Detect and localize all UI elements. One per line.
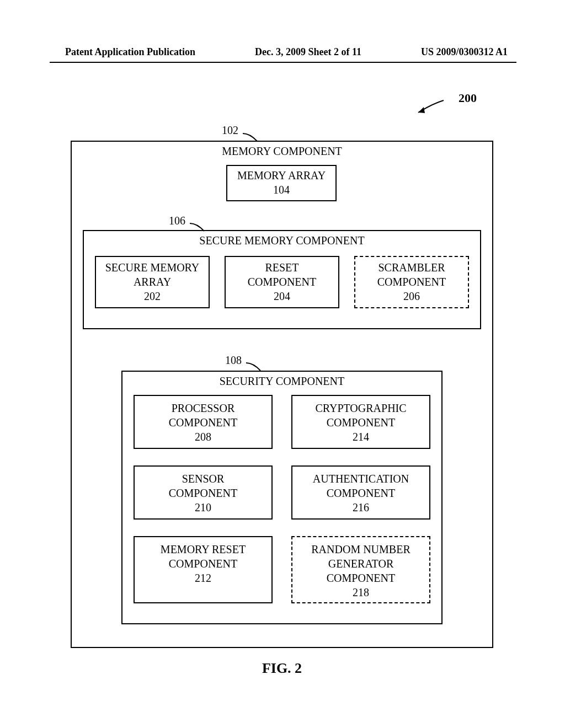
- authentication-component-box: AUTHENTICATION COMPONENT 216: [291, 465, 430, 520]
- box-text: COMPONENT: [327, 487, 395, 499]
- header-right: US 2009/0300312 A1: [421, 46, 508, 58]
- box-text: COMPONENT: [327, 416, 395, 429]
- security-row-2: SENSOR COMPONENT 210 AUTHENTICATION COMP…: [134, 465, 430, 520]
- box-num: 204: [274, 290, 290, 302]
- box-num: 208: [195, 431, 211, 443]
- header-left: Patent Application Publication: [65, 46, 195, 58]
- sensor-component-box: SENSOR COMPONENT 210: [134, 465, 273, 520]
- memory-array-box: MEMORY ARRAY 104: [226, 165, 337, 201]
- box-num: 218: [353, 586, 369, 598]
- box-text: COMPONENT: [327, 572, 395, 584]
- box-num: 212: [195, 572, 211, 584]
- scrambler-component-box: SCRAMBLER COMPONENT 206: [354, 256, 469, 308]
- box-num: 214: [353, 431, 369, 443]
- box-text: AUTHENTICATION: [313, 473, 409, 485]
- security-row-1: PROCESSOR COMPONENT 208 CRYPTOGRAPHIC CO…: [134, 395, 430, 449]
- box-text: SECURE MEMORY: [105, 261, 200, 274]
- header-center: Dec. 3, 2009 Sheet 2 of 11: [255, 46, 361, 58]
- ref-200: 200: [459, 91, 477, 105]
- memory-reset-component-box: MEMORY RESET COMPONENT 212: [134, 536, 273, 603]
- arrow-200-icon: [416, 99, 449, 116]
- secure-memory-array-box: SECURE MEMORY ARRAY 202: [95, 256, 210, 308]
- box-text: CRYPTOGRAPHIC: [315, 402, 406, 414]
- secure-memory-component-title: SECURE MEMORY COMPONENT: [84, 231, 480, 247]
- security-component-title: SECURITY COMPONENT: [122, 372, 441, 388]
- header-divider: [50, 62, 516, 63]
- processor-component-box: PROCESSOR COMPONENT 208: [134, 395, 273, 449]
- random-number-generator-component-box: RANDOM NUMBER GENERATOR COMPONENT 218: [291, 536, 430, 603]
- box-num: 206: [403, 290, 420, 302]
- box-text: COMPONENT: [169, 416, 237, 429]
- box-num: 202: [144, 290, 161, 302]
- figure-label: FIG. 2: [65, 660, 499, 677]
- box-text: ARRAY: [134, 276, 171, 288]
- ref-106: 106: [169, 215, 185, 227]
- reset-component-box: RESET COMPONENT 204: [225, 256, 339, 308]
- memory-component-title: MEMORY COMPONENT: [72, 142, 492, 158]
- box-text: COMPONENT: [169, 487, 237, 499]
- svg-marker-0: [418, 107, 425, 113]
- box-text: PROCESSOR: [172, 402, 235, 414]
- ref-108: 108: [225, 354, 242, 367]
- security-component-grid: PROCESSOR COMPONENT 208 CRYPTOGRAPHIC CO…: [134, 395, 430, 612]
- box-text: SENSOR: [182, 473, 225, 485]
- page-header: Patent Application Publication Dec. 3, 2…: [0, 0, 565, 58]
- box-text: COMPONENT: [248, 276, 316, 288]
- ref-102: 102: [222, 124, 238, 137]
- box-text: RANDOM NUMBER: [311, 543, 410, 555]
- memory-array-label: MEMORY ARRAY: [237, 169, 326, 181]
- security-row-3: MEMORY RESET COMPONENT 212 RANDOM NUMBER…: [134, 536, 430, 603]
- secure-memory-component-box: SECURE MEMORY COMPONENT SECURE MEMORY AR…: [83, 230, 481, 329]
- box-text: COMPONENT: [377, 276, 446, 288]
- security-component-box: SECURITY COMPONENT PROCESSOR COMPONENT 2…: [121, 371, 443, 624]
- cryptographic-component-box: CRYPTOGRAPHIC COMPONENT 214: [291, 395, 430, 449]
- memory-array-num: 104: [273, 184, 290, 196]
- secure-memory-row: SECURE MEMORY ARRAY 202 RESET COMPONENT …: [95, 256, 469, 308]
- memory-component-box: MEMORY COMPONENT MEMORY ARRAY 104 106 SE…: [71, 141, 493, 648]
- box-num: 216: [353, 501, 369, 513]
- box-text: MEMORY RESET: [161, 543, 246, 555]
- box-text: SCRAMBLER: [378, 261, 445, 274]
- box-num: 210: [195, 501, 211, 513]
- box-text: GENERATOR: [328, 558, 394, 570]
- box-text: RESET: [265, 261, 299, 274]
- box-text: COMPONENT: [169, 558, 237, 570]
